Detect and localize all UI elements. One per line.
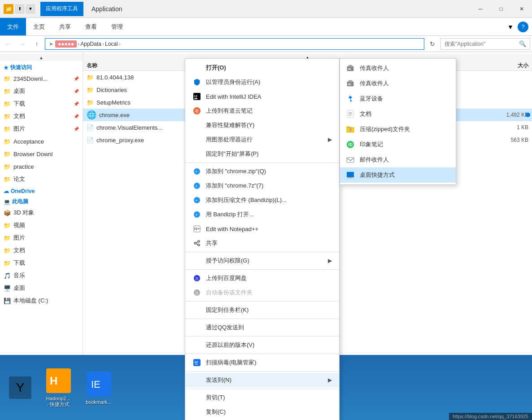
folder-icon: 📁: [4, 126, 11, 132]
ctx-copy[interactable]: 复制(C): [185, 405, 339, 419]
minimize-button[interactable]: ─: [470, 0, 491, 18]
onedrive-section: ☁ OneDrive: [0, 185, 83, 195]
window-controls: ─ □ ✕: [470, 0, 532, 18]
svg-text:IE: IE: [91, 379, 100, 390]
ctx-bandizip-archive[interactable]: + 添加到压缩文件 (Bandizip)(L)...: [185, 193, 339, 207]
sidebar-item-practice[interactable]: 📁 practice: [0, 160, 83, 173]
pin-icon: 📌: [74, 101, 79, 106]
sub-fax-1[interactable]: 传真收件人: [340, 61, 456, 76]
sidebar-item-acceptance[interactable]: 📁 Acceptance: [0, 135, 83, 148]
ctx-open[interactable]: 打开(O): [185, 61, 339, 75]
sub-fax-2[interactable]: 传真收件人: [340, 76, 456, 91]
forward-btn[interactable]: →: [16, 38, 29, 50]
desktop-shortcut-icon: [345, 170, 355, 180]
sub-evernote[interactable]: 印 印象笔记: [340, 137, 456, 152]
ctx-compat[interactable]: 兼容性疑难解答(Y): [185, 118, 339, 132]
ctx-pin-taskbar[interactable]: 固定到任务栏(K): [185, 303, 339, 317]
sidebar-item-desk[interactable]: 🖥️ 桌面: [0, 282, 83, 294]
ribbon-tab-manage[interactable]: 管理: [104, 18, 130, 35]
sidebar-item-thesis[interactable]: 📁 论文: [0, 173, 83, 185]
folder-icon: 📁: [4, 151, 11, 158]
search-input[interactable]: [445, 41, 517, 47]
gpu-icon: [192, 135, 201, 144]
ctx-zip[interactable]: + 添加到 "chrome.zip"(Q): [185, 164, 339, 179]
ctx-bandizip-open[interactable]: + 用 Bandizip 打开...: [185, 207, 339, 222]
ctx-intellij[interactable]: IJ Edit with IntelliJ IDEA: [185, 89, 339, 104]
ctx-cut[interactable]: 剪切(T): [185, 390, 339, 405]
close-button[interactable]: ✕: [511, 0, 532, 18]
file-icon: 📄: [87, 137, 94, 144]
title-bar-left: 📁 ⬆ ▼ 应用程序工具 Application: [0, 2, 128, 16]
svg-text:百: 百: [195, 291, 199, 295]
path-arrow: ➤: [49, 41, 53, 47]
restore-icon: [192, 341, 201, 350]
ctx-grant-access[interactable]: 授予访问权限(G) ▶: [185, 254, 339, 268]
ctx-send-to[interactable]: 发送到(N) ▶: [185, 373, 339, 387]
search-box[interactable]: 🔍: [440, 38, 530, 50]
sub-mail[interactable]: 邮件收件人: [340, 152, 456, 167]
ctx-pin-start[interactable]: 固定到"开始"屏幕(P): [185, 147, 339, 161]
path-seg-redacted: ●●●●●: [55, 40, 77, 48]
svg-text:管: 管: [194, 361, 198, 365]
back-btn[interactable]: ←: [2, 38, 14, 50]
ctx-notepad[interactable]: N++ Edit with Notepad++: [185, 222, 339, 236]
ribbon-tab-share[interactable]: 共享: [52, 18, 78, 35]
sidebar-item-desktop[interactable]: 📁 桌面 📌: [0, 85, 83, 97]
sidebar-item-dl[interactable]: 📁 下载: [0, 257, 83, 269]
svg-text:+: +: [195, 170, 197, 174]
ribbon-tab-view[interactable]: 查看: [78, 18, 104, 35]
doc-icon: [345, 109, 355, 119]
folder-icon: 📁: [4, 163, 11, 170]
ctx-gpu[interactable]: 用图形处理器运行 ▶: [185, 132, 339, 147]
sidebar-item-3d[interactable]: 📦 3D 对象: [0, 206, 83, 219]
sidebar-item-2345[interactable]: 📁 2345Downl... 📌: [0, 72, 83, 85]
notepad-icon: N++: [192, 224, 201, 233]
ribbon-tab-file[interactable]: 文件: [0, 18, 26, 35]
ctx-7z[interactable]: + 添加到 "chrome.7z"(7): [185, 179, 339, 193]
desktop-icon-hadoop[interactable]: H Hadoop2...- 快捷方式: [45, 367, 72, 408]
ctx-run-as-admin[interactable]: 以管理员身份运行(A): [185, 75, 339, 89]
pin-btn[interactable]: ▼: [26, 4, 35, 13]
address-path[interactable]: ➤ ●●●●● › AppData › Local ›: [45, 38, 424, 50]
svg-rect-29: [348, 69, 351, 70]
ribbon-collapse-btn[interactable]: ▼: [505, 22, 516, 32]
sidebar-item-documents[interactable]: 📁 文档: [0, 244, 83, 257]
ctx-restore[interactable]: 还原以前的版本(V): [185, 338, 339, 352]
sidebar-scroll-up[interactable]: ▲: [0, 54, 83, 61]
sub-zip[interactable]: 压缩(zipped)文件夹: [340, 122, 456, 137]
ctx-baidu-upload[interactable]: 百 上传到百度网盘: [185, 271, 339, 285]
sub-desktop-shortcut[interactable]: 桌面快捷方式: [340, 167, 456, 183]
refresh-btn[interactable]: ↻: [426, 38, 439, 50]
ctx-youdao[interactable]: 有 上传到有道云笔记: [185, 104, 339, 118]
sidebar-item-pictures[interactable]: 📁 图片 📌: [0, 122, 83, 135]
sidebar-item-browser[interactable]: 📁 Browser Downl: [0, 148, 83, 160]
sidebar-item-images[interactable]: 📁 图片: [0, 232, 83, 244]
csdn-watermark: https://blog.csdn.net/qq_37163925: [449, 413, 532, 420]
drive-icon: 💾: [4, 298, 11, 304]
svg-rect-42: [347, 158, 354, 162]
ctx-sep-9: [185, 389, 339, 389]
ctx-share[interactable]: 共享: [185, 236, 339, 250]
desktop-icon-bookmark[interactable]: IE bookmark...: [85, 371, 112, 405]
sub-doc[interactable]: 文档: [340, 106, 456, 122]
quick-access-btn[interactable]: ⬆: [15, 4, 24, 13]
sidebar-item-cdrive[interactable]: 💾 本地磁盘 (C:): [0, 294, 83, 307]
sub-bluetooth[interactable]: 蓝牙设备: [340, 91, 456, 106]
sidebar-item-downloads[interactable]: 📁 下载 📌: [0, 97, 83, 110]
cut-icon: [192, 393, 201, 402]
intellij-icon: IJ: [192, 92, 201, 101]
this-pc-section: 💻 此电脑: [0, 195, 83, 206]
sidebar-item-docs[interactable]: 📁 文档 📌: [0, 110, 83, 122]
svg-text:IJ: IJ: [194, 94, 197, 98]
ctx-scan-virus[interactable]: 管 扫描病毒(电脑管家): [185, 355, 339, 370]
app-tools-tab[interactable]: 应用程序工具: [40, 2, 83, 16]
sidebar-item-videos[interactable]: 📁 视频: [0, 219, 83, 232]
sidebar-item-music[interactable]: 🎵 音乐: [0, 269, 83, 282]
help-btn[interactable]: ?: [518, 22, 528, 32]
file-icon: 📄: [87, 124, 94, 131]
ribbon-tab-home[interactable]: 主页: [26, 18, 52, 35]
ctx-qq-send[interactable]: 通过QQ发送到: [185, 320, 339, 335]
up-btn[interactable]: ↑: [31, 38, 43, 50]
path-appdata: AppData: [80, 41, 101, 47]
maximize-button[interactable]: □: [491, 0, 511, 18]
